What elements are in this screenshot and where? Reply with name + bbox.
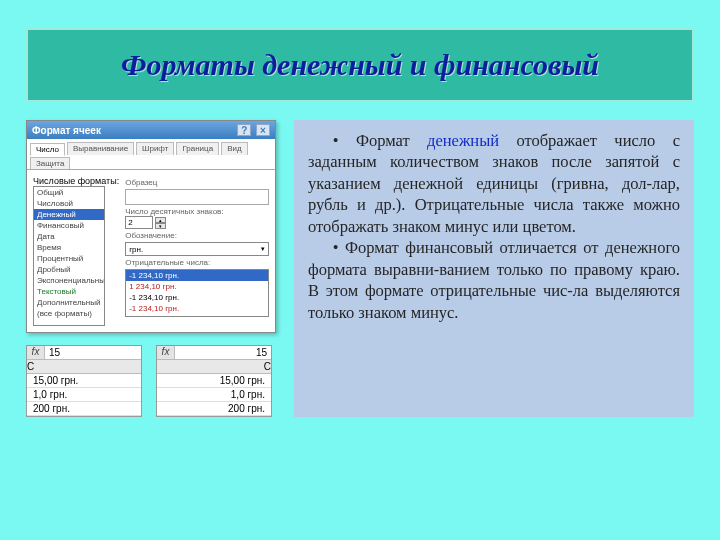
sample-label: Образец xyxy=(125,178,269,187)
cell[interactable]: 15,00 грн. xyxy=(157,374,271,387)
list-item[interactable]: Дата xyxy=(34,231,104,242)
paragraph-1: • Формат денежный отображает число с зад… xyxy=(308,130,680,237)
left-table: fx 15 C 15,00 грн. 1,0 грн. 200 грн. xyxy=(26,345,142,417)
formula-bar[interactable]: 15 xyxy=(175,346,271,359)
decimals-input[interactable] xyxy=(125,216,153,229)
formats-label: Числовые форматы: xyxy=(33,176,119,186)
neg-item[interactable]: -1 234,10 грн. xyxy=(126,292,268,303)
dialog-titlebar: Формат ячеек ? × xyxy=(27,121,275,139)
cell[interactable]: 200 грн. xyxy=(157,402,271,415)
unit-label: Обозначение: xyxy=(125,231,269,240)
list-item[interactable]: (все форматы) xyxy=(34,308,104,319)
list-item[interactable]: Экспоненциальный xyxy=(34,275,104,286)
spin-down-icon[interactable]: ▾ xyxy=(155,223,166,229)
cell[interactable]: 15,00 грн. xyxy=(27,374,141,387)
tab-fill[interactable]: Вид xyxy=(221,142,247,155)
paragraph-2: • Формат финансовый отличается от денежн… xyxy=(308,237,680,323)
tab-number[interactable]: Число xyxy=(30,143,65,156)
fx-icon[interactable]: fx xyxy=(27,346,45,359)
cell[interactable]: 1,0 грн. xyxy=(157,388,271,401)
slide-title: Форматы денежный и финансовый xyxy=(26,28,694,102)
negative-list[interactable]: -1 234,10 грн. 1 234,10 грн. -1 234,10 г… xyxy=(125,269,269,317)
list-item-selected[interactable]: Денежный xyxy=(34,209,104,220)
tab-font[interactable]: Шрифт xyxy=(136,142,174,155)
list-item[interactable]: Общий xyxy=(34,187,104,198)
close-icon[interactable]: × xyxy=(256,124,270,136)
list-item[interactable]: Числовой xyxy=(34,198,104,209)
unit-select[interactable]: грн. xyxy=(125,242,269,256)
list-item[interactable]: Дополнительный xyxy=(34,297,104,308)
format-cells-dialog: Формат ячеек ? × Число Выравнивание Шриф… xyxy=(26,120,276,333)
neg-label: Отрицательные числа: xyxy=(125,258,269,267)
neg-item[interactable]: 1 234,10 грн. xyxy=(126,281,268,292)
list-item[interactable]: Время xyxy=(34,242,104,253)
tab-strip: Число Выравнивание Шрифт Граница Вид Защ… xyxy=(27,139,275,170)
title-text: Форматы денежный и финансовый xyxy=(38,48,682,82)
list-item[interactable]: Дробный xyxy=(34,264,104,275)
decimals-label: Число десятичных знаков: xyxy=(125,207,269,216)
neg-item[interactable]: -1 234,10 грн. xyxy=(126,270,268,281)
col-header[interactable]: C xyxy=(27,360,141,373)
tab-align[interactable]: Выравнивание xyxy=(67,142,134,155)
help-icon[interactable]: ? xyxy=(237,124,251,136)
tab-border[interactable]: Граница xyxy=(176,142,219,155)
description-panel: • Формат денежный отображает число с зад… xyxy=(294,120,694,417)
neg-item[interactable]: -1 234,10 грн. xyxy=(126,303,268,314)
tab-protect[interactable]: Защита xyxy=(30,157,70,169)
money-word: денежный xyxy=(427,131,499,150)
cell[interactable]: 200 грн. xyxy=(27,402,141,415)
fx-icon[interactable]: fx xyxy=(157,346,175,359)
list-item[interactable]: Процентный xyxy=(34,253,104,264)
right-table: fx 15 C 15,00 грн. 1,0 грн. 200 грн. xyxy=(156,345,272,417)
list-item[interactable]: Текстовый xyxy=(34,286,104,297)
cell[interactable]: 1,0 грн. xyxy=(27,388,141,401)
col-header[interactable]: C xyxy=(157,360,271,373)
format-list[interactable]: Общий Числовой Денежный Финансовый Дата … xyxy=(33,186,105,326)
list-item[interactable]: Финансовый xyxy=(34,220,104,231)
formula-bar[interactable]: 15 xyxy=(45,346,141,359)
sample-box xyxy=(125,189,269,205)
dialog-title: Формат ячеек xyxy=(32,125,101,136)
decimals-spinner[interactable]: ▴ ▾ xyxy=(125,216,269,229)
